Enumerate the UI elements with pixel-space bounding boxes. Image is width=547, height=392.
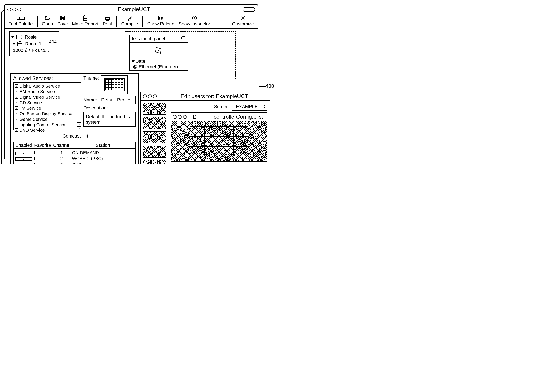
service-item[interactable]: TV Service	[15, 105, 80, 111]
close-icon[interactable]	[143, 95, 147, 98]
checkbox[interactable]	[15, 101, 18, 104]
service-label: Lighting Control Service	[20, 122, 66, 127]
stepper-icon[interactable]: ▲▼	[84, 134, 90, 138]
show-inspector-button[interactable]: i Show inspector	[177, 15, 212, 27]
disclosure-icon[interactable]	[12, 43, 16, 45]
service-item[interactable]: CD Service	[15, 100, 80, 105]
enabled-checkbox[interactable]	[15, 158, 32, 161]
show-palette-button[interactable]: Show Palette	[145, 15, 176, 27]
scroll-up-icon[interactable]: ▲	[77, 122, 81, 126]
service-item[interactable]: Lighting Control Service	[15, 122, 80, 127]
scrollbar[interactable]: ▲ ▼	[77, 83, 81, 130]
close-icon[interactable]	[7, 7, 11, 11]
service-label: TV Service	[20, 105, 41, 111]
theme-thumbnail[interactable]	[143, 117, 166, 129]
service-item[interactable]: AM Radio Service	[15, 89, 80, 94]
description-field[interactable]: Default theme for this system	[83, 112, 136, 127]
channel-number: 2	[53, 156, 70, 161]
col-favorite: Favorite	[34, 143, 51, 148]
hammer-icon	[127, 15, 132, 21]
checkbox[interactable]	[15, 112, 18, 115]
svg-rect-1	[61, 16, 64, 18]
make-report-button[interactable]: Make Report	[70, 15, 100, 27]
report-icon	[83, 15, 88, 21]
checkbox[interactable]	[15, 117, 18, 121]
service-item[interactable]: DVD Service	[15, 127, 80, 133]
room-icon	[17, 41, 24, 47]
favorite-checkbox[interactable]	[34, 163, 51, 164]
data-disclosure[interactable]: Data	[132, 59, 185, 64]
checkbox[interactable]	[15, 106, 18, 110]
svg-rect-3	[83, 16, 87, 21]
theme-thumbnail[interactable]	[143, 131, 166, 143]
disclosure-icon[interactable]	[131, 60, 135, 62]
scrollbar[interactable]: ▲ ▼	[132, 142, 136, 164]
titlebar-pill[interactable]	[243, 7, 255, 12]
disclosure-icon[interactable]	[11, 36, 14, 38]
checkbox[interactable]	[15, 90, 18, 93]
touch-panel-widget[interactable]: kk's touch panel Data @Ethernet (Etherne…	[129, 35, 188, 71]
theme-thumbnail[interactable]	[143, 145, 166, 158]
edit-users-window: Edit users for: ExampleUCT ▲ ▼ Screen: E…	[140, 91, 270, 164]
config-filename: controllerConfig.plist	[198, 114, 265, 120]
name-label: Name:	[83, 97, 97, 103]
ethernet-row: @Ethernet (Ethernet)	[133, 64, 185, 69]
svg-rect-4	[158, 16, 163, 20]
svg-rect-13	[18, 42, 22, 46]
minimize-icon[interactable]	[148, 95, 152, 98]
channel-row: 1ON DEMAND	[15, 150, 134, 156]
svg-text:i: i	[194, 16, 195, 20]
zoom-icon[interactable]	[183, 115, 187, 119]
checkbox[interactable]	[15, 96, 18, 99]
station-name: CNB	[72, 162, 134, 164]
toolbar: Tool Palette Open Save Make Report Print…	[5, 14, 258, 28]
minimize-icon[interactable]	[178, 115, 182, 119]
theme-label: Theme:	[83, 75, 99, 81]
tree-label: kk's to...	[32, 48, 49, 53]
theme-thumbnail[interactable]	[143, 160, 166, 164]
theme-skin-label: Theme - Skin: Transparent - Football	[171, 163, 267, 164]
close-icon[interactable]	[173, 115, 177, 119]
zoom-icon[interactable]	[17, 7, 21, 11]
station-name: WGBH-2 (PBC)	[72, 156, 134, 161]
service-label: CD Service	[20, 100, 42, 105]
checkbox[interactable]	[15, 123, 18, 126]
checkbox[interactable]	[15, 84, 18, 88]
service-item[interactable]: Digital Audio Service	[15, 83, 80, 89]
stepper-icon[interactable]: ▲▼	[261, 104, 267, 109]
service-item[interactable]: Game Service	[15, 117, 80, 122]
svg-point-14	[158, 50, 159, 51]
zoom-icon[interactable]	[153, 95, 157, 98]
customize-button[interactable]: Customize	[230, 15, 256, 27]
favorite-checkbox[interactable]	[34, 157, 51, 160]
tool-palette-button[interactable]: Tool Palette	[7, 15, 34, 27]
tree-ref: 1000	[13, 48, 23, 53]
compile-button[interactable]: Compile	[119, 15, 140, 27]
channel-table: Enabled Favorite Channel Station 1ON DEM…	[13, 142, 136, 164]
col-channel: Channel	[53, 143, 70, 148]
print-button[interactable]: Print	[101, 15, 114, 27]
device-tree: Rosie 404 Room 1 1000 kk's to...	[9, 31, 59, 56]
scroll-down-icon[interactable]: ▼	[77, 126, 81, 130]
save-button[interactable]: Save	[56, 15, 69, 27]
open-button[interactable]: Open	[40, 15, 55, 27]
minimize-icon[interactable]	[12, 7, 16, 11]
service-item[interactable]: On Screen Display Service	[15, 111, 80, 116]
provider-select[interactable]: Comcast ▲▼	[59, 132, 90, 140]
screen-select[interactable]: EXAMPLE ▲▼	[232, 103, 267, 111]
theme-preview[interactable]	[101, 75, 128, 94]
favorite-checkbox[interactable]	[34, 151, 51, 154]
scrollbar[interactable]: ▲ ▼	[165, 101, 168, 164]
col-station: Station	[72, 143, 134, 148]
panel-icon	[25, 48, 30, 53]
edit-users-title: Edit users for: ExampleUCT	[161, 93, 268, 100]
tree-label: Rosie	[25, 34, 36, 40]
checkbox[interactable]	[15, 129, 18, 132]
svg-rect-2	[62, 19, 64, 20]
service-item[interactable]: Digital Video Service	[15, 95, 80, 100]
enabled-checkbox[interactable]	[15, 151, 32, 155]
theme-thumbnail[interactable]	[143, 103, 166, 115]
tree-item-kks[interactable]: 1000 kk's to...	[13, 48, 57, 53]
window-title: ExampleUCT	[25, 6, 243, 13]
name-field[interactable]: Default Profile	[99, 96, 136, 104]
